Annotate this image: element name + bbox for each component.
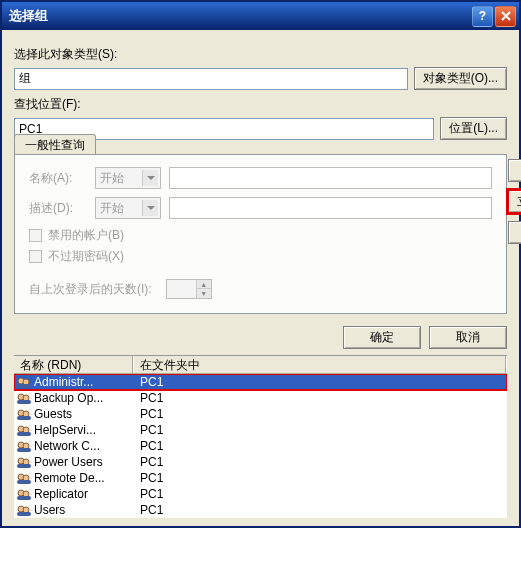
chevron-down-icon <box>142 200 158 216</box>
group-icon <box>16 391 32 405</box>
result-name: Guests <box>34 407 134 421</box>
result-folder: PC1 <box>134 375 507 389</box>
result-folder: PC1 <box>134 455 507 469</box>
svg-rect-5 <box>17 384 31 388</box>
chevron-down-icon <box>142 170 158 186</box>
window-title: 选择组 <box>5 7 470 25</box>
name-input <box>169 167 492 189</box>
location-label: 查找位置(F): <box>14 96 507 113</box>
group-icon <box>16 455 32 469</box>
list-item[interactable]: Administr...PC1 <box>14 374 507 390</box>
list-item[interactable]: Backup Op...PC1 <box>14 390 507 406</box>
result-folder: PC1 <box>134 423 507 437</box>
result-name: Backup Op... <box>34 391 134 405</box>
result-name: HelpServi... <box>34 423 134 437</box>
cancel-button[interactable]: 取消 <box>429 326 507 349</box>
list-item[interactable]: GuestsPC1 <box>14 406 507 422</box>
name-predicate-value: 开始 <box>100 170 124 187</box>
desc-predicate-value: 开始 <box>100 200 124 217</box>
tab-common-queries[interactable]: 一般性查询 <box>14 134 96 154</box>
result-name: Replicator <box>34 487 134 501</box>
desc-input <box>169 197 492 219</box>
name-predicate-combo: 开始 <box>95 167 161 189</box>
spin-up-icon: ▲ <box>196 280 211 289</box>
locations-button[interactable]: 位置(L)... <box>440 117 507 140</box>
result-folder: PC1 <box>134 487 507 501</box>
results-body[interactable]: Administr...PC1Backup Op...PC1GuestsPC1H… <box>14 374 507 518</box>
no-expire-label: 不过期密码(X) <box>48 248 124 265</box>
ok-button[interactable]: 确定 <box>343 326 421 349</box>
last-logon-label: 自上次登录后的天数(I): <box>29 281 152 298</box>
result-name: Remote De... <box>34 471 134 485</box>
list-item[interactable]: Remote De...PC1 <box>14 470 507 486</box>
result-folder: PC1 <box>134 407 507 421</box>
svg-rect-20 <box>17 464 31 468</box>
group-icon <box>16 439 32 453</box>
list-item[interactable]: HelpServi...PC1 <box>14 422 507 438</box>
stop-button[interactable]: 停止(T) <box>508 221 521 244</box>
svg-rect-11 <box>17 416 31 420</box>
dialog-window: 选择组 ? 选择此对象类型(S): 对象类型(O)... 查找位置(F): 位置… <box>0 0 521 528</box>
svg-rect-29 <box>17 512 31 516</box>
object-type-label: 选择此对象类型(S): <box>14 46 507 63</box>
name-label: 名称(A): <box>29 170 87 187</box>
checkbox-icon <box>29 250 42 263</box>
group-icon <box>16 471 32 485</box>
object-type-field[interactable] <box>14 68 408 90</box>
find-now-button[interactable]: 立即查找(N) <box>508 190 521 213</box>
result-folder: PC1 <box>134 503 507 517</box>
group-icon <box>16 407 32 421</box>
result-name: Users <box>34 503 134 517</box>
close-button[interactable] <box>495 6 516 27</box>
spin-down-icon: ▼ <box>196 289 211 298</box>
group-icon <box>16 423 32 437</box>
column-name[interactable]: 名称 (RDN) <box>14 356 134 373</box>
help-button[interactable]: ? <box>472 6 493 27</box>
disabled-accounts-checkbox: 禁用的帐户(B) <box>29 227 492 244</box>
columns-button[interactable]: 列(C)... <box>508 159 521 182</box>
svg-rect-23 <box>17 480 31 484</box>
svg-rect-14 <box>17 432 31 436</box>
list-item[interactable]: ReplicatorPC1 <box>14 486 507 502</box>
object-types-button[interactable]: 对象类型(O)... <box>414 67 507 90</box>
column-folder[interactable]: 在文件夹中 <box>134 356 507 373</box>
checkbox-icon <box>29 229 42 242</box>
close-icon <box>501 11 511 21</box>
results-list: 名称 (RDN) 在文件夹中 Administr...PC1Backup Op.… <box>14 355 507 518</box>
result-folder: PC1 <box>134 471 507 485</box>
list-item[interactable]: Network C...PC1 <box>14 438 507 454</box>
disabled-accounts-label: 禁用的帐户(B) <box>48 227 124 244</box>
group-icon <box>16 487 32 501</box>
no-expire-checkbox: 不过期密码(X) <box>29 248 492 265</box>
group-icon <box>16 375 32 389</box>
result-name: Administr... <box>34 375 134 389</box>
result-folder: PC1 <box>134 439 507 453</box>
titlebar[interactable]: 选择组 ? <box>2 2 519 30</box>
result-name: Network C... <box>34 439 134 453</box>
list-item[interactable]: UsersPC1 <box>14 502 507 518</box>
result-name: Power Users <box>34 455 134 469</box>
last-logon-row: 自上次登录后的天数(I): ▲ ▼ <box>29 279 492 299</box>
svg-rect-26 <box>17 496 31 500</box>
svg-rect-17 <box>17 448 31 452</box>
result-folder: PC1 <box>134 391 507 405</box>
desc-label: 描述(D): <box>29 200 87 217</box>
results-header[interactable]: 名称 (RDN) 在文件夹中 <box>14 356 507 374</box>
days-spinner: ▲ ▼ <box>166 279 212 299</box>
svg-rect-8 <box>17 400 31 404</box>
tab-panel: 名称(A): 开始 描述(D): 开始 <box>14 154 507 314</box>
list-item[interactable]: Power UsersPC1 <box>14 454 507 470</box>
group-icon <box>16 503 32 517</box>
desc-predicate-combo: 开始 <box>95 197 161 219</box>
